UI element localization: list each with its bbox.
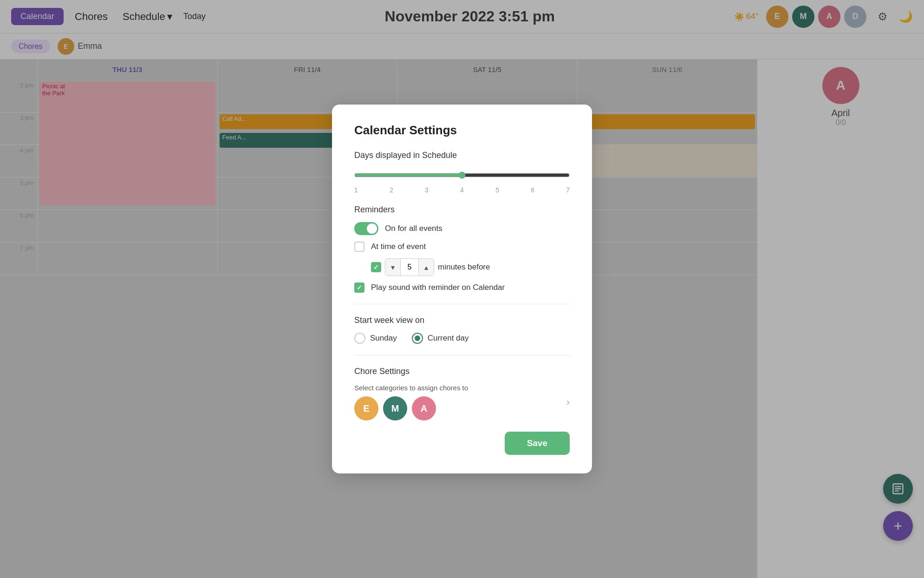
reminders-section: Reminders On for all events At time of e… xyxy=(354,205,570,293)
current-day-radio-label: Current day xyxy=(428,334,469,343)
play-sound-checkbox[interactable] xyxy=(354,282,364,293)
minutes-before-label: minutes before xyxy=(438,263,490,272)
section-divider xyxy=(354,304,570,304)
current-day-radio-option[interactable]: Current day xyxy=(412,333,469,344)
days-displayed-label: Days displayed in Schedule xyxy=(354,151,570,160)
minutes-stepper: ▾ 5 ▴ xyxy=(385,258,434,276)
chore-settings-title: Chore Settings xyxy=(354,367,570,376)
on-for-all-events-toggle[interactable] xyxy=(354,222,378,235)
play-sound-row: Play sound with reminder on Calendar xyxy=(354,282,570,293)
chore-avatar-m[interactable]: M xyxy=(383,396,407,420)
start-week-title: Start week view on xyxy=(354,315,570,325)
chore-category-avatars: E M A xyxy=(354,396,468,420)
save-button[interactable]: Save xyxy=(505,432,570,455)
save-button-row: Save xyxy=(354,432,570,455)
current-day-radio-circle xyxy=(412,333,423,344)
on-for-all-events-row: On for all events xyxy=(354,222,570,235)
categories-chevron-right-icon[interactable]: › xyxy=(566,396,570,408)
play-sound-label: Play sound with reminder on Calendar xyxy=(371,283,505,292)
sunday-radio-circle xyxy=(354,333,365,344)
reminders-title: Reminders xyxy=(354,205,570,215)
sunday-radio-option[interactable]: Sunday xyxy=(354,333,397,344)
start-week-options: Sunday Current day xyxy=(354,333,570,344)
slider-labels: 1 2 3 4 5 6 7 xyxy=(354,186,570,194)
minutes-value-input[interactable]: 5 xyxy=(400,259,419,276)
chore-section-divider xyxy=(354,355,570,355)
days-displayed-section: Days displayed in Schedule 1 2 3 4 5 6 7 xyxy=(354,151,570,194)
at-time-of-event-label: At time of event xyxy=(371,242,426,251)
at-time-of-event-row: At time of event xyxy=(354,242,570,252)
minutes-before-row: ▾ 5 ▴ minutes before xyxy=(371,258,570,276)
sunday-radio-label: Sunday xyxy=(370,334,397,343)
chore-settings-section: Chore Settings Select categories to assi… xyxy=(354,367,570,420)
stepper-up-button[interactable]: ▴ xyxy=(419,259,434,276)
chore-categories-label: Select categories to assign chores to xyxy=(354,384,468,392)
modal-overlay[interactable]: Calendar Settings Days displayed in Sche… xyxy=(0,0,924,578)
chore-avatar-a[interactable]: A xyxy=(412,396,436,420)
chore-categories-row: Select categories to assign chores to E … xyxy=(354,384,570,420)
days-slider[interactable] xyxy=(354,171,570,179)
on-for-all-events-label: On for all events xyxy=(385,224,442,233)
settings-modal: Calendar Settings Days displayed in Sche… xyxy=(332,105,592,473)
modal-title: Calendar Settings xyxy=(354,123,570,138)
start-week-section: Start week view on Sunday Current day xyxy=(354,315,570,344)
stepper-down-button[interactable]: ▾ xyxy=(385,259,400,276)
chore-avatar-e[interactable]: E xyxy=(354,396,378,420)
at-time-of-event-checkbox[interactable] xyxy=(354,242,364,252)
minutes-before-checkbox[interactable] xyxy=(371,262,381,272)
